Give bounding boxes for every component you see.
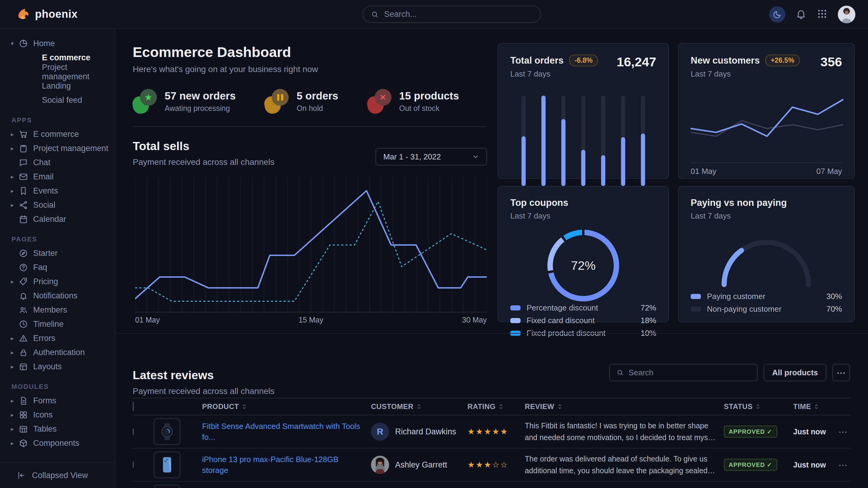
total-orders-period: Last 7 days	[510, 69, 598, 79]
stat-x-icon: ✕	[367, 89, 392, 113]
card-total-orders: Total orders -6.8% Last 7 days 16,247 Co…	[498, 43, 669, 179]
layout-icon	[19, 362, 28, 371]
col-product[interactable]: PRODUCT	[202, 402, 365, 411]
notifications-button[interactable]	[796, 8, 806, 21]
sidebar-item-e-commerce[interactable]: ▸E commerce	[11, 127, 109, 141]
sort-icon	[242, 403, 247, 410]
mail-icon	[19, 172, 28, 182]
stat-value: 5 orders	[297, 90, 338, 102]
review-time: Just now	[793, 427, 832, 436]
sidebar-item-notifications[interactable]: Notifications	[11, 289, 109, 303]
global-search[interactable]	[363, 6, 541, 23]
col-time[interactable]: TIME	[793, 402, 832, 411]
sidebar-item-layouts[interactable]: ▸Layouts	[11, 360, 109, 374]
sidebar-subitem-social-feed[interactable]: Social feed	[42, 93, 109, 107]
product-thumbnail[interactable]	[154, 452, 180, 478]
card-top-coupons: Top coupons Last 7 days 72% Percentage d…	[498, 186, 669, 322]
sort-icon	[755, 403, 760, 410]
row-checkbox[interactable]	[133, 428, 134, 435]
col-review[interactable]: REVIEW	[525, 402, 718, 411]
product-link[interactable]: Fitbit Sense Advanced Smartwatch with To…	[202, 421, 365, 443]
search-icon	[371, 10, 379, 19]
collapsed-view-toggle[interactable]: Collapsed View	[0, 462, 115, 488]
new-customers-delta-badge: +26.5%	[765, 55, 800, 66]
order-bar	[621, 96, 625, 186]
new-customers-value: 356	[820, 55, 842, 69]
legend-value: 70%	[826, 304, 842, 314]
apps-menu-button[interactable]	[817, 8, 828, 21]
total-orders-bar-chart	[510, 96, 656, 186]
date-range-select[interactable]: Mar 1 - 31, 2022	[375, 148, 487, 165]
sidebar-item-faq[interactable]: Faq	[11, 260, 109, 274]
total-orders-value: 16,247	[617, 55, 656, 69]
col-status[interactable]: STATUS	[724, 402, 787, 411]
paying-title: Paying vs non paying	[691, 197, 787, 208]
col-rating[interactable]: RATING	[467, 402, 519, 411]
pie-icon	[19, 39, 28, 48]
sidebar-item-forms[interactable]: ▸Forms	[11, 394, 109, 408]
sidebar-item-tables[interactable]: ▸Tables	[11, 422, 109, 436]
stat-caption: Awating processing	[165, 104, 236, 113]
sidebar-item-events[interactable]: ▸Events	[11, 184, 109, 198]
date-range-value: Mar 1 - 31, 2022	[383, 152, 441, 162]
status-badge: APPROVED ✓	[724, 459, 777, 471]
paying-period: Last 7 days	[691, 211, 842, 221]
reviews-table-header: PRODUCTCUSTOMERRATINGREVIEWSTATUSTIME	[133, 398, 850, 415]
legend-label: Percentage discount	[527, 303, 598, 313]
stat-star-icon: ★	[133, 89, 157, 113]
legend-value: 72%	[641, 303, 656, 313]
sidebar-item-home[interactable]: ▾Home	[11, 36, 109, 51]
product-thumbnail[interactable]	[154, 485, 180, 488]
bell-icon	[19, 291, 28, 300]
caret-icon: ▸	[11, 426, 19, 432]
global-search-input[interactable]	[384, 9, 533, 19]
sidebar-subitem-project-management[interactable]: Project management	[42, 65, 109, 79]
row-more-button[interactable]: ⋯	[838, 460, 850, 470]
row-more-button[interactable]: ⋯	[838, 426, 850, 437]
select-all-checkbox[interactable]	[133, 402, 134, 411]
reviews-search[interactable]	[609, 364, 757, 381]
brand-logo[interactable]: phoenix	[0, 7, 115, 21]
sidebar-item-authentication[interactable]: ▸Authentication	[11, 346, 109, 360]
sidebar-item-icons[interactable]: ▸Icons	[11, 408, 109, 422]
sidebar-item-calendar[interactable]: Calendar	[11, 212, 109, 226]
new-customers-period: Last 7 days	[691, 69, 800, 79]
user-avatar[interactable]	[838, 6, 855, 23]
sidebar-item-timeline[interactable]: Timeline	[11, 317, 109, 331]
users-icon	[19, 305, 28, 315]
col-customer[interactable]: CUSTOMER	[371, 402, 461, 411]
sidebar-item-social[interactable]: ▸Social	[11, 198, 109, 212]
caret-icon: ▸	[11, 188, 19, 194]
sidebar-item-components[interactable]: ▸Components	[11, 436, 109, 450]
review-text: The order was delivered ahead of schedul…	[525, 453, 718, 477]
row-checkbox[interactable]	[133, 461, 134, 468]
top-coupons-period: Last 7 days	[510, 211, 656, 221]
review-time: Just now	[793, 461, 832, 469]
reviews-divider	[115, 333, 868, 334]
reviews-title: Latest reviews	[133, 369, 275, 382]
x-axis-label: 15 May	[299, 316, 323, 324]
reviews-search-input[interactable]	[628, 368, 750, 378]
legend-label: Paying customer	[707, 292, 766, 301]
collapse-icon	[17, 471, 26, 480]
theme-toggle-button[interactable]	[769, 6, 785, 23]
sidebar-item-email[interactable]: ▸Email	[11, 170, 109, 184]
caret-icon: ▸	[11, 278, 19, 285]
caret-icon: ▸	[11, 202, 19, 208]
reviews-more-button[interactable]: ⋯	[832, 364, 850, 381]
x-axis-label: 30 May	[462, 316, 487, 324]
sidebar-item-chat[interactable]: Chat	[11, 156, 109, 170]
sort-icon	[814, 403, 819, 410]
product-link[interactable]: iPhone 13 pro max-Pacific Blue-128GB sto…	[202, 454, 365, 476]
order-bar	[522, 96, 526, 186]
sidebar-item-members[interactable]: Members	[11, 303, 109, 317]
sidebar-item-errors[interactable]: ▸Errors	[11, 331, 109, 346]
legend-label: Fixed card discount	[527, 316, 594, 325]
product-thumbnail[interactable]	[154, 418, 180, 445]
sidebar-item-pricing[interactable]: ▸Pricing	[11, 274, 109, 289]
sidebar-item-project-management[interactable]: ▸Project management	[11, 141, 109, 156]
legend-row: Percentage discount72%	[510, 301, 656, 314]
all-products-button[interactable]: All products	[764, 364, 826, 381]
sidebar-item-starter[interactable]: Starter	[11, 246, 109, 260]
calendar-icon	[19, 215, 28, 224]
